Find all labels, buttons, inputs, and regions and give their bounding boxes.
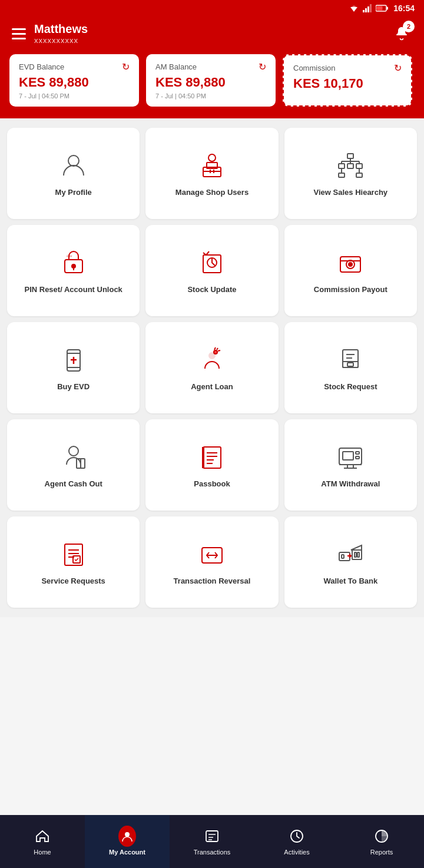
svg-rect-6 — [370, 4, 372, 12]
user-info: Matthews xxxxxxxxxx — [34, 22, 88, 45]
svg-rect-77 — [342, 555, 344, 558]
evd-balance-timestamp: 7 - Jul | 04:50 PM — [19, 92, 130, 100]
service-requests-item[interactable]: Service Requests — [7, 516, 140, 608]
nav-transactions-label: Transactions — [194, 849, 231, 856]
main-content: My Profile Manage Shop Users — [0, 118, 424, 617]
wifi-icon — [349, 4, 359, 12]
user-account: xxxxxxxxxx — [34, 36, 88, 45]
header-left: Matthews xxxxxxxxxx — [12, 22, 88, 45]
svg-point-32 — [72, 264, 75, 268]
menu-grid: My Profile Manage Shop Users — [7, 128, 417, 608]
svg-rect-65 — [356, 456, 359, 459]
activities-icon — [288, 827, 306, 845]
svg-rect-19 — [339, 164, 344, 168]
svg-point-82 — [125, 832, 130, 837]
svg-line-47 — [217, 348, 218, 350]
commission-payout-label: Commission Payout — [314, 285, 387, 295]
svg-text:****: **** — [67, 255, 72, 259]
view-sales-hierarchy-item[interactable]: View Sales Hiearchy — [284, 128, 417, 219]
header: Matthews xxxxxxxxxx 2 — [0, 16, 424, 54]
transactions-icon — [203, 827, 221, 845]
pin-icon: **** — [57, 246, 90, 279]
commission-payout-item[interactable]: Commission Payout — [284, 225, 417, 316]
stock-update-item[interactable]: Stock Update — [145, 225, 278, 316]
view-sales-hierarchy-label: View Sales Hiearchy — [314, 188, 388, 198]
pin-reset-item[interactable]: **** PIN Reset/ Account Unlock — [7, 225, 140, 316]
nav-reports-label: Reports — [370, 849, 393, 856]
user-name: Matthews — [34, 22, 88, 36]
manage-shop-users-item[interactable]: Manage Shop Users — [145, 128, 278, 219]
commission-icon — [334, 246, 367, 279]
manage-users-icon — [196, 149, 228, 182]
status-time: 16:54 — [393, 4, 415, 13]
stock-request-label: Stock Request — [324, 382, 377, 392]
am-balance-timestamp: 7 - Jul | 04:50 PM — [155, 92, 266, 100]
evd-refresh-icon[interactable]: ↻ — [122, 61, 130, 72]
svg-rect-10 — [396, 34, 407, 35]
service-requests-label: Service Requests — [41, 577, 105, 587]
signal-icon — [363, 4, 372, 12]
stock-update-icon — [196, 246, 228, 279]
am-refresh-icon[interactable]: ↻ — [259, 61, 266, 72]
buy-evd-icon — [57, 343, 90, 376]
evd-balance-amount: KES 89,880 — [19, 75, 130, 90]
svg-line-48 — [218, 350, 220, 351]
hamburger-menu[interactable] — [12, 28, 26, 39]
passbook-item[interactable]: Passbook — [145, 419, 278, 511]
svg-point-54 — [69, 446, 78, 456]
account-avatar — [118, 827, 136, 845]
commission-balance-card[interactable]: Commission ↻ KES 10,170 — [283, 54, 412, 107]
buy-evd-item[interactable]: Buy EVD — [7, 322, 140, 413]
my-profile-item[interactable]: My Profile — [7, 128, 140, 219]
wallet-to-bank-item[interactable]: Wallet To Bank — [284, 516, 417, 608]
svg-rect-53 — [347, 363, 353, 366]
commission-refresh-icon[interactable]: ↻ — [394, 62, 402, 74]
bottom-nav: Home My Account Transactions — [0, 815, 424, 868]
agent-cash-out-item[interactable]: Agent Cash Out — [7, 419, 140, 511]
commission-balance-label: Commission ↻ — [293, 62, 402, 74]
wallet-to-bank-label: Wallet To Bank — [323, 577, 377, 587]
service-requests-icon — [57, 538, 90, 571]
battery-icon — [376, 5, 389, 12]
home-icon — [34, 827, 51, 845]
hierarchy-icon — [334, 149, 367, 182]
buy-evd-label: Buy EVD — [57, 382, 90, 392]
svg-rect-64 — [356, 452, 359, 454]
stock-request-icon — [334, 343, 367, 376]
atm-withdrawal-item[interactable]: ATM Withdrawal — [284, 419, 417, 511]
atm-icon — [334, 440, 367, 473]
nav-home[interactable]: Home — [0, 815, 85, 868]
nav-my-account[interactable]: My Account — [85, 815, 170, 868]
commission-balance-amount: KES 10,170 — [293, 76, 402, 91]
am-balance-card[interactable]: AM Balance ↻ KES 89,880 7 - Jul | 04:50 … — [146, 54, 276, 107]
nav-transactions[interactable]: Transactions — [170, 815, 254, 868]
stock-request-item[interactable]: Stock Request — [284, 322, 417, 413]
svg-rect-57 — [203, 447, 221, 468]
status-bar: 16:54 — [0, 0, 424, 16]
agent-loan-item[interactable]: Agent Loan — [145, 322, 278, 413]
transaction-reversal-item[interactable]: Transaction Reversal — [145, 516, 278, 608]
transaction-reversal-icon — [196, 538, 228, 571]
svg-rect-27 — [339, 173, 344, 177]
my-profile-label: My Profile — [55, 188, 92, 198]
nav-reports[interactable]: Reports — [339, 815, 424, 868]
svg-point-14 — [208, 154, 216, 161]
balance-section: EVD Balance ↻ KES 89,880 7 - Jul | 04:50… — [0, 54, 424, 118]
passbook-icon — [196, 440, 228, 473]
pin-reset-label: PIN Reset/ Account Unlock — [24, 285, 122, 295]
svg-rect-4 — [365, 8, 367, 12]
svg-rect-79 — [355, 552, 356, 557]
passbook-label: Passbook — [194, 479, 230, 489]
wallet-bank-icon — [334, 538, 367, 571]
notification-button[interactable]: 2 — [391, 23, 412, 44]
evd-balance-card[interactable]: EVD Balance ↻ KES 89,880 7 - Jul | 04:50… — [9, 54, 139, 107]
nav-activities[interactable]: Activities — [254, 815, 339, 868]
balance-scroll: EVD Balance ↻ KES 89,880 7 - Jul | 04:50… — [0, 54, 424, 107]
svg-rect-3 — [363, 10, 365, 12]
svg-rect-8 — [387, 7, 389, 10]
agent-cashout-icon — [57, 440, 90, 473]
am-balance-label: AM Balance ↻ — [155, 61, 266, 72]
transaction-reversal-label: Transaction Reversal — [174, 577, 251, 587]
svg-rect-21 — [356, 164, 362, 168]
reports-icon — [373, 827, 390, 845]
